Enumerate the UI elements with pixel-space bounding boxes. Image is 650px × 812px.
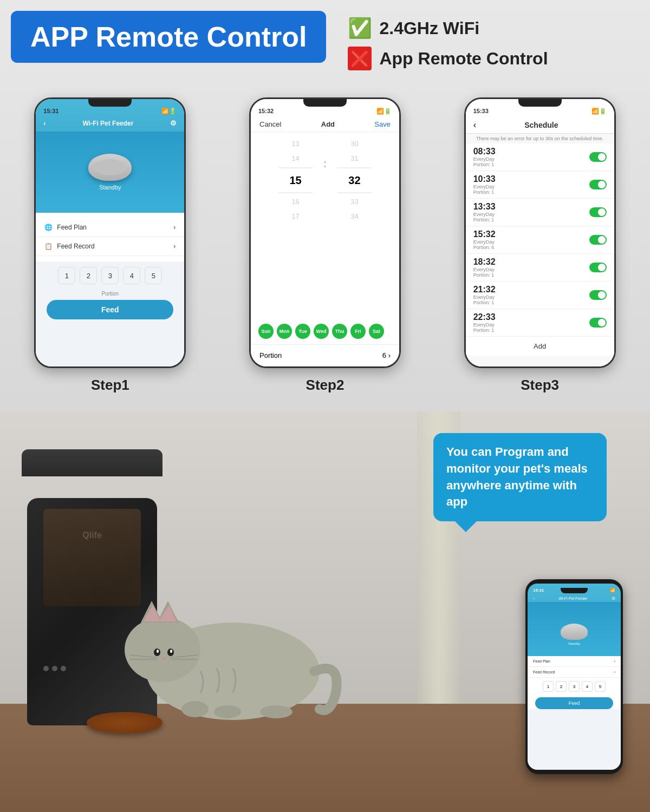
schedule-2233: 22:33 EveryDay Portion: 1 [466, 309, 614, 337]
day-wed[interactable]: Wed [314, 324, 329, 339]
schedule-time-1333: 13:33 EveryDay Portion: 1 [473, 202, 496, 222]
phone1-appname: Wi-Fi Pet Feeder [83, 120, 134, 127]
schedule-1532: 15:32 EveryDay Portion: 6 [466, 226, 614, 254]
hour-15: 15 [278, 167, 312, 193]
pet-bowl [88, 154, 132, 181]
phone1-container: 15:31 📶🔋 ‹ Wi-Fi Pet Feeder ⚙ Standby [11, 97, 210, 394]
toggle-1532[interactable] [589, 235, 607, 245]
phone3-header: ‹ Schedule [466, 117, 614, 134]
cat-illustration [108, 563, 358, 736]
feed-plan-menu[interactable]: 🌐 Feed Plan › [36, 218, 184, 237]
portion-row[interactable]: Portion 6 › [251, 344, 399, 366]
portion-1[interactable]: 1 [58, 267, 75, 284]
day-tue[interactable]: Tue [295, 324, 310, 339]
phone2-header: Cancel Add Save [251, 117, 399, 132]
portion-2[interactable]: 2 [80, 267, 97, 284]
hand-bowl-shape [561, 624, 588, 640]
settings-icon[interactable]: ⚙ [170, 119, 177, 127]
portion-3[interactable]: 3 [101, 267, 119, 284]
schedule-1333: 13:33 EveryDay Portion: 1 [466, 199, 614, 226]
portion-label: Portion [36, 290, 184, 298]
svg-point-15 [181, 701, 209, 717]
toggle-2132[interactable] [589, 290, 607, 300]
portion-4[interactable]: 4 [123, 267, 140, 284]
phone1-menu: 🌐 Feed Plan › 📋 Feed Record › [36, 213, 184, 261]
day-mon[interactable]: Mon [277, 324, 292, 339]
hand-feed-button[interactable]: Feed [535, 697, 613, 709]
phone3: 15:33 📶🔋 ‹ Schedule There may be an erro… [464, 97, 616, 368]
add-title: Add [321, 120, 335, 128]
hand-phone-bowl: Standby [561, 613, 588, 645]
bottom-section: Qlife [0, 411, 650, 812]
toggle-2233[interactable] [589, 318, 607, 328]
schedule-0833: 08:33 EveryDay Portion: 1 [466, 143, 614, 171]
hand-portion-4: 4 [582, 681, 593, 692]
feature-remote-label: App Remote Control [379, 49, 548, 69]
error-text: There may be an error for up to 30s on t… [466, 134, 614, 143]
toggle-0833[interactable] [589, 152, 607, 162]
hand-settings-icon: ⚙ [612, 596, 615, 601]
portion-numbers: 1 2 3 4 5 [36, 261, 184, 290]
hand-app-name: Wi-Fi Pet Feeder [558, 597, 587, 600]
days-row: Sun Mon Tue Wed Thu Fri Sat [251, 318, 399, 344]
hand-phone-header: ‹ Wi-Fi Pet Feeder ⚙ [528, 595, 621, 602]
phone3-container: 15:33 📶🔋 ‹ Schedule There may be an erro… [440, 97, 639, 394]
hand-portion-3: 3 [569, 681, 580, 692]
min-33: 33 [350, 195, 358, 208]
schedule-time-0833: 08:33 EveryDay Portion: 1 [473, 147, 496, 167]
svg-point-8 [157, 650, 159, 653]
control-dot-2 [52, 666, 57, 671]
schedule-2132: 21:32 EveryDay Portion: 1 [466, 281, 614, 309]
step3-label: Step3 [521, 377, 559, 394]
day-fri[interactable]: Fri [350, 324, 366, 339]
svg-point-16 [214, 705, 241, 718]
hand-feed-plan-label: Feed Plan [533, 659, 550, 663]
hand-portion-2: 2 [556, 681, 567, 692]
check-green-icon: ✅ [348, 16, 372, 40]
day-thu[interactable]: Thu [332, 324, 347, 339]
phone2-content: 15:32 📶🔋 Cancel Add Save 13 14 15 16 [251, 99, 399, 366]
hand-phone-notch [561, 588, 588, 593]
phone1-signal: 📶🔋 [161, 108, 177, 115]
toggle-1033[interactable] [589, 180, 607, 189]
time-scroll: 13 14 15 16 17 : 30 31 32 33 34 [278, 137, 371, 223]
hand-feed-record: Feed Record › [528, 667, 621, 678]
phone2-notch [303, 99, 347, 107]
hand-phone-bowl-area: Standby [528, 602, 621, 656]
save-button[interactable]: Save [374, 120, 391, 128]
min-34: 34 [350, 210, 358, 222]
day-sun[interactable]: Sun [258, 324, 274, 339]
step2-label: Step2 [306, 377, 344, 394]
hour-scroll: 13 14 15 16 17 [278, 137, 312, 223]
back-icon: ‹ [43, 119, 46, 127]
phone1-header: ‹ Wi-Fi Pet Feeder ⚙ [36, 117, 184, 132]
portion-5[interactable]: 5 [145, 267, 162, 284]
schedule-1832: 18:32 EveryDay Portion: 1 [466, 254, 614, 281]
feature-item-wifi: ✅ 2.4GHz WiFi [348, 16, 548, 40]
control-dot-1 [43, 666, 49, 671]
feed-record-label: Feed Record [57, 243, 173, 250]
hand-feed-record-label: Feed Record [533, 670, 555, 674]
add-schedule-button[interactable]: Add [466, 337, 614, 356]
day-sat[interactable]: Sat [369, 324, 384, 339]
phone3-notch [518, 99, 562, 107]
hour-17: 17 [291, 210, 299, 222]
control-dot-3 [61, 666, 66, 671]
hand-phone-white-area: Feed Plan › Feed Record › 1 2 3 4 5 Fee [528, 656, 621, 709]
schedule-time-1033: 10:33 EveryDay Portion: 1 [473, 174, 496, 195]
feed-record-menu[interactable]: 📋 Feed Record › [36, 237, 184, 256]
app-title: APP Remote Control [30, 21, 307, 53]
feed-button[interactable]: Feed [47, 300, 173, 319]
cancel-button[interactable]: Cancel [259, 120, 281, 128]
cat-svg [108, 563, 358, 736]
svg-point-17 [260, 705, 292, 718]
pet-bowl-area: Standby [36, 132, 184, 213]
phone1-time: 15:31 [43, 108, 58, 115]
features-list: ✅ 2.4GHz WiFi ❌ App Remote Control [348, 11, 548, 70]
phone1-content: 15:31 📶🔋 ‹ Wi-Fi Pet Feeder ⚙ Standby [36, 99, 184, 366]
feed-plan-icon: 🌐 [44, 224, 53, 231]
phone2-time: 15:32 [258, 108, 274, 115]
toggle-1832[interactable] [589, 263, 607, 272]
feed-plan-label: Feed Plan [57, 224, 173, 231]
toggle-1333[interactable] [589, 207, 607, 217]
